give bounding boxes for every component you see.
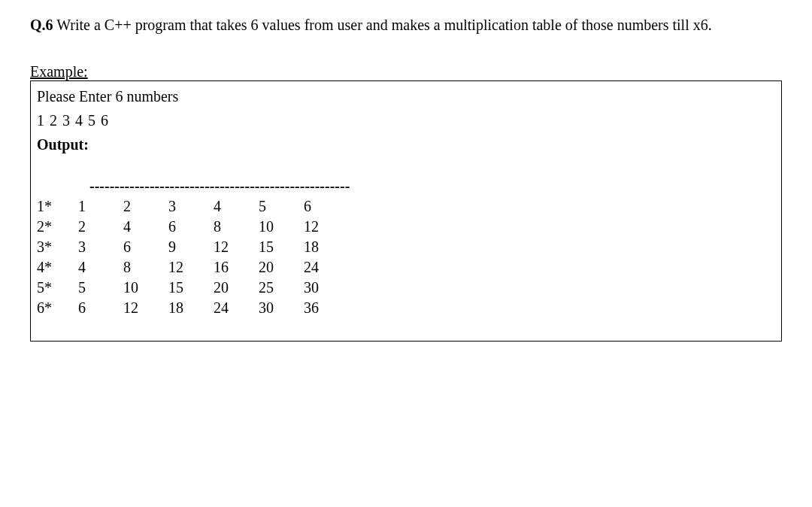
output-label: Output: — [37, 132, 775, 156]
cell: 12 — [123, 298, 168, 318]
cell: 8 — [123, 257, 168, 278]
cell: 20 — [214, 278, 259, 298]
cell: 18 — [304, 237, 349, 257]
cell: 3 — [78, 237, 123, 257]
cell: 9 — [168, 237, 214, 257]
cell: 30 — [304, 278, 349, 298]
table-row: 1* 1 2 3 4 5 6 — [37, 196, 349, 217]
cell: 15 — [168, 278, 214, 298]
row-head: 2* — [37, 217, 78, 237]
example-label: Example: — [30, 63, 88, 80]
prompt-text: Please Enter 6 numbers — [37, 84, 775, 108]
input-values: 1 2 3 4 5 6 — [37, 108, 775, 132]
table-row: 2* 2 4 6 8 10 12 — [37, 217, 349, 237]
cell: 12 — [304, 217, 349, 237]
cell: 5 — [78, 278, 123, 298]
row-head: 4* — [37, 257, 78, 278]
cell: 6 — [123, 237, 168, 257]
cell: 24 — [304, 257, 349, 278]
cell: 18 — [168, 298, 214, 318]
row-head: 5* — [37, 278, 78, 298]
cell: 5 — [259, 196, 304, 217]
cell: 36 — [304, 298, 349, 318]
table-row: 6* 6 12 18 24 30 36 — [37, 298, 349, 318]
cell: 6 — [78, 298, 123, 318]
question-text: Q.6 Write a C++ program that takes 6 val… — [30, 14, 782, 36]
cell: 4 — [123, 217, 168, 237]
row-head: 3* — [37, 237, 78, 257]
dash-separator: ----------------------------------------… — [89, 178, 775, 195]
cell: 10 — [259, 217, 304, 237]
table-row: 3* 3 6 9 12 15 18 — [37, 237, 349, 257]
example-box: Please Enter 6 numbers 1 2 3 4 5 6 Outpu… — [30, 80, 782, 342]
cell: 3 — [168, 196, 214, 217]
cell: 2 — [123, 196, 168, 217]
cell: 4 — [78, 257, 123, 278]
cell: 12 — [168, 257, 214, 278]
multiplication-table: ----------------------------------------… — [37, 178, 775, 318]
cell: 24 — [214, 298, 259, 318]
mult-table: 1* 1 2 3 4 5 6 2* 2 4 6 8 10 12 3* 3 6 — [37, 196, 349, 318]
cell: 6 — [304, 196, 349, 217]
cell: 10 — [123, 278, 168, 298]
question-body: Write a C++ program that takes 6 values … — [53, 17, 712, 33]
row-head: 6* — [37, 298, 78, 318]
cell: 6 — [168, 217, 214, 237]
cell: 1 — [78, 196, 123, 217]
cell: 12 — [214, 237, 259, 257]
cell: 8 — [214, 217, 259, 237]
question-label: Q.6 — [30, 17, 53, 33]
cell: 30 — [259, 298, 304, 318]
cell: 16 — [214, 257, 259, 278]
cell: 15 — [259, 237, 304, 257]
table-row: 5* 5 10 15 20 25 30 — [37, 278, 349, 298]
table-row: 4* 4 8 12 16 20 24 — [37, 257, 349, 278]
row-head: 1* — [37, 196, 78, 217]
cell: 20 — [259, 257, 304, 278]
cell: 4 — [214, 196, 259, 217]
cell: 25 — [259, 278, 304, 298]
cell: 2 — [78, 217, 123, 237]
